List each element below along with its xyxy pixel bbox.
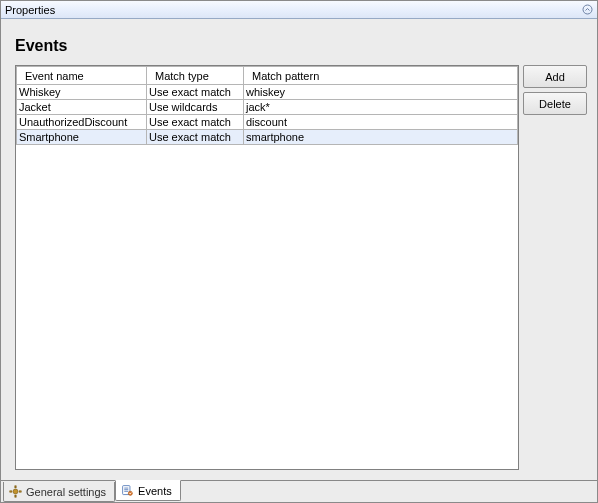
cell-event-name[interactable]: UnauthorizedDiscount [17,115,147,130]
cell-match-type[interactable]: Use wildcards [147,100,244,115]
cell-match-type[interactable]: Use exact match [147,85,244,100]
table-row[interactable]: WhiskeyUse exact matchwhiskey [17,85,518,100]
collapse-icon[interactable] [581,3,593,15]
delete-button[interactable]: Delete [523,92,587,115]
col-header-match-type[interactable]: Match type [147,67,244,85]
tab-bar: General settings Events [1,480,597,502]
tab-label: Events [138,485,172,497]
table-row[interactable]: UnauthorizedDiscountUse exact matchdisco… [17,115,518,130]
events-icon [120,484,134,498]
tab-general-settings[interactable]: General settings [3,482,115,502]
add-button[interactable]: Add [523,65,587,88]
cell-event-name[interactable]: Whiskey [17,85,147,100]
cell-match-pattern[interactable]: smartphone [244,130,518,145]
events-table-wrap[interactable]: Event name Match type Match pattern Whis… [15,65,519,470]
tab-events[interactable]: Events [115,480,181,501]
cell-match-pattern[interactable]: discount [244,115,518,130]
table-row[interactable]: SmartphoneUse exact matchsmartphone [17,130,518,145]
svg-rect-3 [14,495,15,497]
cell-event-name[interactable]: Smartphone [17,130,147,145]
table-row[interactable]: JacketUse wildcardsjack* [17,100,518,115]
svg-point-0 [583,5,592,14]
svg-rect-5 [19,491,21,492]
properties-panel: Properties Events Event name Match type [0,0,598,503]
section-heading: Events [5,23,593,65]
svg-rect-4 [9,491,11,492]
cell-match-pattern[interactable]: whiskey [244,85,518,100]
col-header-match-pattern[interactable]: Match pattern [244,67,518,85]
button-column: Add Delete [523,65,587,470]
svg-point-1 [13,489,18,494]
tab-label: General settings [26,486,106,498]
titlebar-title: Properties [5,4,55,16]
col-header-event-name[interactable]: Event name [17,67,147,85]
cell-match-type[interactable]: Use exact match [147,115,244,130]
cell-match-type[interactable]: Use exact match [147,130,244,145]
cell-event-name[interactable]: Jacket [17,100,147,115]
content-area: Events Event name Match type Match patte… [1,19,597,480]
cell-match-pattern[interactable]: jack* [244,100,518,115]
titlebar: Properties [1,1,597,19]
svg-rect-2 [14,486,15,488]
events-table: Event name Match type Match pattern Whis… [16,66,518,145]
gear-icon [8,485,22,499]
